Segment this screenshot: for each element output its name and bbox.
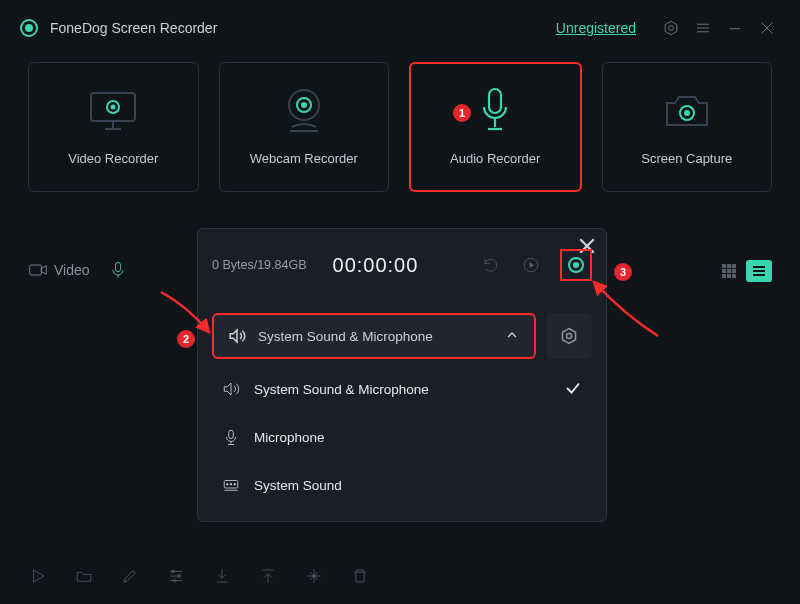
svg-rect-21 [30, 265, 42, 275]
svg-rect-26 [732, 264, 736, 268]
svg-marker-49 [34, 570, 45, 582]
record-button[interactable] [560, 249, 592, 281]
chevron-up-icon [504, 327, 520, 346]
option-sys-label: System Sound [254, 478, 342, 493]
tile-capture-label: Screen Capture [641, 151, 732, 166]
play-tool-icon[interactable] [28, 566, 48, 586]
check-icon [564, 379, 582, 400]
svg-rect-27 [722, 269, 726, 273]
camera-icon [661, 89, 713, 133]
tile-audio-label: Audio Recorder [450, 151, 540, 166]
svg-rect-29 [732, 269, 736, 273]
tile-video-recorder[interactable]: Video Recorder [28, 62, 199, 192]
grid-view-button[interactable] [716, 260, 742, 282]
svg-rect-24 [722, 264, 726, 268]
svg-point-45 [227, 484, 229, 486]
minimize-icon[interactable] [724, 17, 746, 39]
svg-marker-39 [530, 262, 535, 268]
tile-webcam-label: Webcam Recorder [250, 151, 358, 166]
audio-source-options: System Sound & Microphone Microphone Sys… [198, 359, 606, 509]
svg-rect-16 [489, 89, 501, 113]
timer-display: 00:00:00 [333, 254, 419, 277]
annotation-step-2: 2 [177, 330, 195, 348]
svg-point-20 [684, 110, 690, 116]
svg-point-40 [567, 334, 572, 339]
mic-toggle[interactable] [108, 260, 128, 280]
webcam-icon [282, 89, 326, 133]
edit-icon[interactable] [120, 566, 140, 586]
svg-point-47 [234, 484, 236, 486]
option-system-sound[interactable]: System Sound [212, 461, 592, 509]
monitor-icon [87, 89, 139, 133]
svg-rect-32 [732, 274, 736, 278]
svg-point-46 [230, 484, 232, 486]
trash-icon[interactable] [350, 566, 370, 586]
app-title: FoneDog Screen Recorder [50, 20, 217, 36]
tile-screen-capture[interactable]: Screen Capture [602, 62, 773, 192]
play-icon[interactable] [520, 254, 542, 276]
annotation-step-1: 1 [453, 104, 471, 122]
svg-point-11 [111, 104, 116, 109]
option-microphone[interactable]: Microphone [212, 413, 592, 461]
svg-rect-30 [722, 274, 726, 278]
sliders-icon[interactable] [166, 566, 186, 586]
svg-point-0 [669, 26, 674, 31]
close-icon[interactable] [756, 17, 778, 39]
tile-webcam-recorder[interactable]: Webcam Recorder [219, 62, 390, 192]
storage-text: 0 Bytes/19.84GB [212, 258, 307, 272]
video-toggle-label: Video [54, 262, 90, 278]
app-logo [20, 19, 38, 37]
audio-source-dropdown[interactable]: System Sound & Microphone [212, 313, 536, 359]
svg-rect-31 [727, 274, 731, 278]
option-mic-label: Microphone [254, 430, 325, 445]
folder-icon[interactable] [74, 566, 94, 586]
record-icon [568, 257, 584, 273]
microphone-icon [480, 89, 510, 133]
menu-icon[interactable] [692, 17, 714, 39]
audio-panel: 0 Bytes/19.84GB 00:00:00 System Sound & … [197, 228, 607, 522]
svg-point-15 [301, 102, 307, 108]
annotation-step-3: 3 [614, 263, 632, 281]
audio-settings-button[interactable] [546, 313, 592, 359]
list-view-button[interactable] [746, 260, 772, 282]
export-icon[interactable] [258, 566, 278, 586]
option-both-label: System Sound & Microphone [254, 382, 429, 397]
import-icon[interactable] [212, 566, 232, 586]
tile-audio-recorder[interactable]: Audio Recorder 1 [409, 62, 582, 192]
svg-rect-41 [229, 430, 234, 438]
svg-rect-22 [115, 263, 120, 272]
unregistered-link[interactable]: Unregistered [556, 20, 636, 36]
dropdown-selected-label: System Sound & Microphone [258, 329, 433, 344]
option-system-and-mic[interactable]: System Sound & Microphone [212, 365, 592, 413]
settings-icon[interactable] [660, 17, 682, 39]
tile-video-label: Video Recorder [68, 151, 158, 166]
svg-rect-25 [727, 264, 731, 268]
merge-icon[interactable] [304, 566, 324, 586]
video-toggle[interactable]: Video [28, 260, 90, 280]
svg-rect-28 [727, 269, 731, 273]
undo-icon[interactable] [480, 254, 502, 276]
